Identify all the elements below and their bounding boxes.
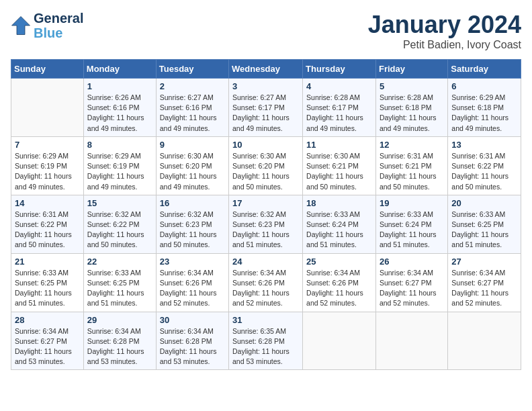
page-header: General Blue January 2024 Petit Badien, … <box>11 11 521 51</box>
day-number: 17 <box>232 198 299 208</box>
day-number: 4 <box>306 81 372 91</box>
day-info: Sunrise: 6:34 AM Sunset: 6:26 PM Dayligh… <box>232 268 299 309</box>
calendar-cell: 1Sunrise: 6:26 AM Sunset: 6:16 PM Daylig… <box>83 79 156 137</box>
day-number: 5 <box>380 81 444 91</box>
day-info: Sunrise: 6:31 AM Sunset: 6:22 PM Dayligh… <box>451 151 517 192</box>
calendar-cell: 15Sunrise: 6:32 AM Sunset: 6:22 PM Dayli… <box>83 195 156 253</box>
calendar-cell: 13Sunrise: 6:31 AM Sunset: 6:22 PM Dayli… <box>448 136 521 195</box>
day-info: Sunrise: 6:28 AM Sunset: 6:17 PM Dayligh… <box>306 93 372 134</box>
calendar-cell: 26Sunrise: 6:34 AM Sunset: 6:27 PM Dayli… <box>375 253 447 312</box>
day-number: 21 <box>15 257 80 267</box>
day-number: 27 <box>451 257 517 267</box>
calendar-cell: 28Sunrise: 6:34 AM Sunset: 6:27 PM Dayli… <box>11 312 84 370</box>
day-number: 1 <box>87 81 152 91</box>
day-number: 13 <box>451 140 517 150</box>
calendar-cell: 16Sunrise: 6:32 AM Sunset: 6:23 PM Dayli… <box>156 195 228 253</box>
day-number: 12 <box>380 140 444 150</box>
weekday-header-friday: Friday <box>375 60 447 79</box>
logo-icon <box>11 15 31 36</box>
logo: General Blue <box>11 11 83 40</box>
day-number: 16 <box>160 198 225 208</box>
day-info: Sunrise: 6:32 AM Sunset: 6:23 PM Dayligh… <box>232 210 299 250</box>
calendar-cell <box>303 312 376 370</box>
day-info: Sunrise: 6:26 AM Sunset: 6:16 PM Dayligh… <box>87 93 152 134</box>
day-number: 20 <box>451 198 517 208</box>
calendar-cell <box>448 312 521 370</box>
day-info: Sunrise: 6:34 AM Sunset: 6:26 PM Dayligh… <box>160 268 225 309</box>
calendar-cell: 22Sunrise: 6:33 AM Sunset: 6:25 PM Dayli… <box>83 253 156 312</box>
day-info: Sunrise: 6:34 AM Sunset: 6:27 PM Dayligh… <box>451 268 517 309</box>
day-info: Sunrise: 6:31 AM Sunset: 6:22 PM Dayligh… <box>15 210 80 250</box>
day-info: Sunrise: 6:32 AM Sunset: 6:23 PM Dayligh… <box>160 210 225 250</box>
calendar-week-row: 21Sunrise: 6:33 AM Sunset: 6:25 PM Dayli… <box>11 253 521 312</box>
calendar-header-row: SundayMondayTuesdayWednesdayThursdayFrid… <box>11 60 521 79</box>
day-number: 9 <box>160 140 225 150</box>
day-info: Sunrise: 6:34 AM Sunset: 6:28 PM Dayligh… <box>87 326 152 367</box>
calendar-cell: 5Sunrise: 6:28 AM Sunset: 6:18 PM Daylig… <box>375 79 447 137</box>
day-info: Sunrise: 6:30 AM Sunset: 6:21 PM Dayligh… <box>306 151 372 192</box>
day-number: 7 <box>15 140 80 150</box>
day-number: 19 <box>380 198 444 208</box>
day-info: Sunrise: 6:32 AM Sunset: 6:22 PM Dayligh… <box>87 210 152 250</box>
day-number: 18 <box>306 198 372 208</box>
day-info: Sunrise: 6:30 AM Sunset: 6:20 PM Dayligh… <box>160 151 225 192</box>
calendar-week-row: 28Sunrise: 6:34 AM Sunset: 6:27 PM Dayli… <box>11 312 521 370</box>
calendar-cell: 11Sunrise: 6:30 AM Sunset: 6:21 PM Dayli… <box>303 136 376 195</box>
weekday-header-thursday: Thursday <box>303 60 376 79</box>
calendar-table: SundayMondayTuesdayWednesdayThursdayFrid… <box>11 59 521 370</box>
calendar-body: 1Sunrise: 6:26 AM Sunset: 6:16 PM Daylig… <box>11 79 521 370</box>
calendar-week-row: 14Sunrise: 6:31 AM Sunset: 6:22 PM Dayli… <box>11 195 521 253</box>
day-number: 10 <box>232 140 299 150</box>
day-info: Sunrise: 6:31 AM Sunset: 6:21 PM Dayligh… <box>380 151 444 192</box>
day-info: Sunrise: 6:27 AM Sunset: 6:16 PM Dayligh… <box>160 93 225 134</box>
calendar-cell: 12Sunrise: 6:31 AM Sunset: 6:21 PM Dayli… <box>375 136 447 195</box>
day-info: Sunrise: 6:27 AM Sunset: 6:17 PM Dayligh… <box>232 93 299 134</box>
day-number: 6 <box>451 81 517 91</box>
calendar-cell: 3Sunrise: 6:27 AM Sunset: 6:17 PM Daylig… <box>229 79 303 137</box>
day-info: Sunrise: 6:33 AM Sunset: 6:25 PM Dayligh… <box>87 268 152 309</box>
day-info: Sunrise: 6:28 AM Sunset: 6:18 PM Dayligh… <box>380 93 444 134</box>
day-info: Sunrise: 6:35 AM Sunset: 6:28 PM Dayligh… <box>232 326 299 367</box>
calendar-cell: 17Sunrise: 6:32 AM Sunset: 6:23 PM Dayli… <box>229 195 303 253</box>
logo-text-line2: Blue <box>34 26 83 40</box>
weekday-header-monday: Monday <box>83 60 156 79</box>
day-info: Sunrise: 6:34 AM Sunset: 6:27 PM Dayligh… <box>15 326 80 367</box>
weekday-header-tuesday: Tuesday <box>156 60 228 79</box>
day-number: 26 <box>380 257 444 267</box>
calendar-cell: 8Sunrise: 6:29 AM Sunset: 6:19 PM Daylig… <box>83 136 156 195</box>
calendar-cell: 31Sunrise: 6:35 AM Sunset: 6:28 PM Dayli… <box>229 312 303 370</box>
day-info: Sunrise: 6:29 AM Sunset: 6:19 PM Dayligh… <box>87 151 152 192</box>
day-number: 23 <box>160 257 225 267</box>
day-number: 24 <box>232 257 299 267</box>
day-number: 29 <box>87 315 152 325</box>
day-info: Sunrise: 6:34 AM Sunset: 6:28 PM Dayligh… <box>160 326 225 367</box>
calendar-cell: 4Sunrise: 6:28 AM Sunset: 6:17 PM Daylig… <box>303 79 376 137</box>
day-info: Sunrise: 6:33 AM Sunset: 6:25 PM Dayligh… <box>15 268 80 309</box>
day-info: Sunrise: 6:33 AM Sunset: 6:25 PM Dayligh… <box>451 210 517 250</box>
location-subtitle: Petit Badien, Ivory Coast <box>368 39 521 51</box>
day-number: 11 <box>306 140 372 150</box>
calendar-cell: 9Sunrise: 6:30 AM Sunset: 6:20 PM Daylig… <box>156 136 228 195</box>
day-number: 15 <box>87 198 152 208</box>
calendar-week-row: 7Sunrise: 6:29 AM Sunset: 6:19 PM Daylig… <box>11 136 521 195</box>
calendar-cell: 23Sunrise: 6:34 AM Sunset: 6:26 PM Dayli… <box>156 253 228 312</box>
weekday-header-wednesday: Wednesday <box>229 60 303 79</box>
day-info: Sunrise: 6:34 AM Sunset: 6:26 PM Dayligh… <box>306 268 372 309</box>
day-info: Sunrise: 6:33 AM Sunset: 6:24 PM Dayligh… <box>380 210 444 250</box>
day-number: 28 <box>15 315 80 325</box>
calendar-cell: 29Sunrise: 6:34 AM Sunset: 6:28 PM Dayli… <box>83 312 156 370</box>
weekday-header-sunday: Sunday <box>11 60 84 79</box>
calendar-cell: 24Sunrise: 6:34 AM Sunset: 6:26 PM Dayli… <box>229 253 303 312</box>
calendar-cell: 27Sunrise: 6:34 AM Sunset: 6:27 PM Dayli… <box>448 253 521 312</box>
day-info: Sunrise: 6:30 AM Sunset: 6:20 PM Dayligh… <box>232 151 299 192</box>
day-number: 14 <box>15 198 80 208</box>
calendar-cell: 20Sunrise: 6:33 AM Sunset: 6:25 PM Dayli… <box>448 195 521 253</box>
calendar-cell: 10Sunrise: 6:30 AM Sunset: 6:20 PM Dayli… <box>229 136 303 195</box>
day-number: 3 <box>232 81 299 91</box>
calendar-cell: 6Sunrise: 6:29 AM Sunset: 6:18 PM Daylig… <box>448 79 521 137</box>
calendar-cell: 2Sunrise: 6:27 AM Sunset: 6:16 PM Daylig… <box>156 79 228 137</box>
day-info: Sunrise: 6:29 AM Sunset: 6:19 PM Dayligh… <box>15 151 80 192</box>
day-number: 8 <box>87 140 152 150</box>
calendar-week-row: 1Sunrise: 6:26 AM Sunset: 6:16 PM Daylig… <box>11 79 521 137</box>
calendar-cell: 25Sunrise: 6:34 AM Sunset: 6:26 PM Dayli… <box>303 253 376 312</box>
